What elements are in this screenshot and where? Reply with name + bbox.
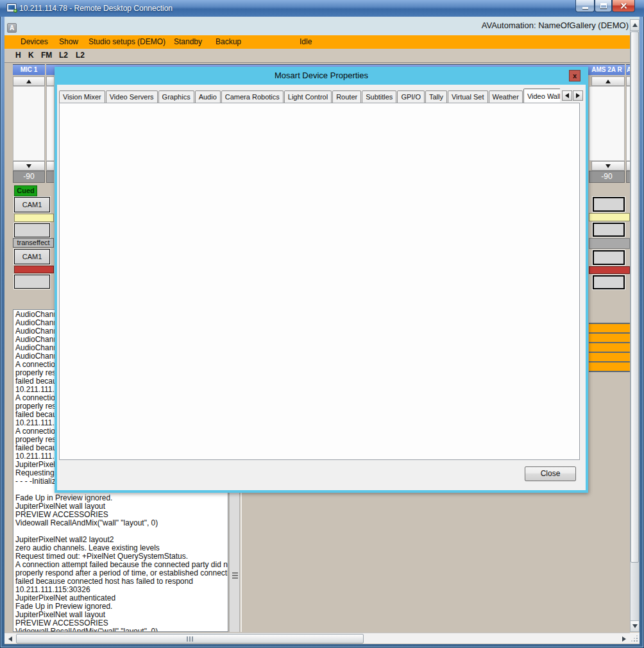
dialog-tabbar: Vision MixerVideo ServersGraphicsAudioCa… [59, 89, 560, 103]
tab-gpi-o[interactable]: GPI/O [397, 90, 425, 103]
cam1-button[interactable]: CAM1 [14, 197, 50, 212]
right-transition-strip [589, 238, 630, 249]
tab-camera-robotics[interactable]: Camera Robotics [221, 90, 284, 103]
arrow-up-icon [26, 80, 31, 83]
close-icon [620, 3, 627, 10]
dialog-close-button[interactable]: x [569, 70, 580, 81]
orange-row [589, 353, 630, 362]
tab-router[interactable]: Router [332, 90, 361, 103]
scroll-left-button[interactable] [5, 634, 15, 644]
arrow-down-icon [26, 164, 31, 168]
cam1-button-2[interactable]: CAM1 [14, 249, 50, 264]
app-caption: AVAutomation: NameOfGallery (DEMO) [359, 21, 629, 30]
orange-row [589, 343, 630, 353]
cued-badge: Cued [14, 185, 37, 196]
orange-row [589, 324, 630, 334]
splitter-grip-icon [232, 572, 238, 580]
sliver-track [46, 86, 54, 161]
tab-video-servers[interactable]: Video Servers [106, 90, 158, 103]
video-wall-tab-panel [59, 103, 580, 460]
arrow-left-icon [8, 636, 12, 642]
horizontal-scrollbar-thumb[interactable] [16, 634, 364, 644]
toolbar-button-k-1[interactable]: K [28, 51, 34, 60]
rdp-window: 10.211.114.78 - Remote Desktop Connectio… [0, 0, 644, 648]
arrow-right-icon [622, 636, 626, 642]
gray-box[interactable] [14, 275, 50, 289]
right-fader-up-button[interactable] [591, 76, 625, 86]
log-line: Videowall RecallAndMix("wall" "layout", … [15, 627, 228, 632]
arrow-right-icon [576, 93, 580, 98]
close-window-button[interactable] [612, 0, 635, 12]
toolstrip: HKFML2L2 [4, 49, 640, 62]
scroll-up-button[interactable] [631, 20, 639, 31]
sliver-up-button[interactable] [46, 76, 54, 86]
right-gray-box[interactable] [593, 223, 625, 237]
arrow-down-icon [632, 624, 638, 628]
app-a-icon[interactable]: A [7, 23, 17, 33]
minimize-button[interactable] [575, 0, 595, 12]
menu-item-standby[interactable]: Standby [174, 37, 202, 46]
orange-row [589, 334, 630, 343]
left-fader-track[interactable] [13, 86, 45, 161]
tab-graphics[interactable]: Graphics [158, 90, 194, 103]
arrow-up-icon [632, 23, 638, 27]
left-fader-down-button[interactable] [13, 161, 45, 171]
right-gray-box[interactable] [593, 250, 625, 265]
toolbar-button-l2-3[interactable]: L2 [59, 51, 68, 60]
vertical-scrollbar-thumb[interactable] [631, 31, 639, 563]
gray-box[interactable] [14, 223, 50, 237]
left-fader-sliver [46, 76, 54, 183]
tab-scroll-left-button[interactable] [562, 90, 572, 101]
tab-weather[interactable]: Weather [489, 90, 523, 103]
maximize-icon [600, 3, 607, 8]
tab-subtitles[interactable]: Subtitles [362, 90, 396, 103]
rdp-icon [6, 3, 17, 12]
rdp-titlebar[interactable]: 10.211.114.78 - Remote Desktop Connectio… [0, 0, 644, 17]
log-line: Videowall RecallAndMix("wall" "layout", … [15, 519, 228, 527]
tab-light-control[interactable]: Light Control [284, 90, 332, 103]
orange-row [589, 362, 630, 372]
menu-item-show[interactable]: Show [59, 37, 78, 46]
menu-item-backup[interactable]: Backup [216, 37, 241, 46]
arrow-up-icon [606, 80, 611, 83]
resize-grip-icon[interactable] [630, 633, 640, 644]
toolbar-button-fm-2[interactable]: FM [41, 51, 52, 60]
red-strip [14, 266, 54, 273]
horizontal-scrollbar[interactable] [4, 633, 630, 644]
scroll-down-button[interactable] [631, 620, 639, 631]
vertical-scrollbar[interactable] [630, 19, 640, 632]
tab-virtual-set[interactable]: Virtual Set [448, 90, 488, 103]
tab-scroll-right-button[interactable] [573, 90, 583, 101]
toolbar-button-l2-4[interactable]: L2 [76, 51, 85, 60]
right-fader-level: -90 [589, 171, 625, 183]
sliver-down-button[interactable] [46, 161, 54, 171]
right-gray-box[interactable] [593, 275, 625, 289]
tab-audio[interactable]: Audio [195, 90, 221, 103]
left-fader-up-button[interactable] [13, 76, 45, 86]
tab-vision-mixer[interactable]: Vision Mixer [59, 90, 105, 103]
toolbar-button-h-0[interactable]: H [15, 51, 21, 60]
scroll-right-button[interactable] [619, 634, 629, 644]
right-gray-box[interactable] [593, 197, 625, 212]
arrow-down-icon [606, 164, 611, 168]
header-divider [625, 64, 626, 75]
channel-header-mic1: MIC 1 [13, 66, 45, 73]
arrow-left-icon [565, 93, 569, 98]
tab-tally[interactable]: Tally [425, 90, 447, 103]
right-fader-down-button[interactable] [591, 161, 625, 171]
menubar: Idle DevicesShowStudio setups (DEMO)Stan… [4, 35, 640, 49]
channel-header-ams: AMS 2A R [589, 66, 625, 73]
yellow-strip [14, 214, 54, 222]
rdp-window-title: 10.211.114.78 - Remote Desktop Connectio… [19, 4, 173, 13]
maximize-button[interactable] [595, 0, 612, 12]
menu-item-studio-setups-demo-[interactable]: Studio setups (DEMO) [89, 37, 165, 46]
right-fader-track[interactable] [589, 86, 625, 161]
right-red-strip [589, 266, 630, 274]
right-yellow-strip [589, 213, 630, 221]
dialog-close-action-button[interactable]: Close [525, 466, 576, 481]
transeffect-label: transeffect [13, 238, 54, 248]
tab-video-wall[interactable]: Video Wall [523, 89, 560, 103]
sliver-level [46, 171, 54, 183]
minimize-icon [582, 7, 588, 9]
menu-item-devices[interactable]: Devices [21, 37, 48, 46]
